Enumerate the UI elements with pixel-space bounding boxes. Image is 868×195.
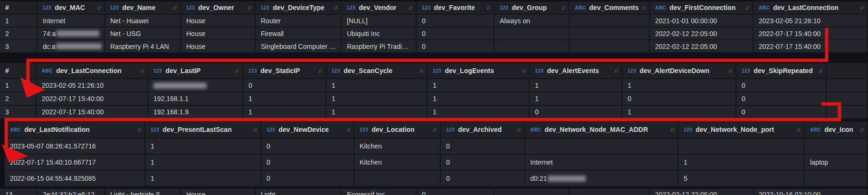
sort-icon[interactable]: ↓↑ — [745, 4, 753, 11]
table-cell-dev_NewDevice: 0 — [261, 139, 354, 155]
column-header-dev_Name[interactable]: 123dev_Name↓↑ — [105, 1, 181, 15]
header-label: # — [5, 67, 9, 74]
column-header-dev_FirstConnection[interactable]: ABCdev_FirstConnection↓↑ — [650, 1, 754, 15]
sort-icon[interactable]: ↓↑ — [408, 4, 416, 11]
column-header-dev_StaticIP[interactable]: 123dev_StaticIP↓↑ — [243, 63, 326, 79]
table-cell-dev_Icon — [805, 171, 868, 187]
table-cell-dev_FirstConnection: 2022-02-12 22:05:00 — [650, 28, 754, 40]
table-cell-dev_Owner: House — [181, 15, 256, 28]
string-type-icon: ABC — [655, 5, 666, 10]
table-cell-dev_Name: Net - USG — [105, 28, 181, 40]
table-cell-dev_Favorite: 0 — [417, 28, 495, 40]
column-header-dev_NewDevice[interactable]: 123dev_NewDevice↓↑ — [261, 121, 354, 139]
header-label: dev_Favorite — [434, 4, 475, 11]
string-type-icon: ABC — [10, 127, 21, 132]
column-header-dev_LastConnection[interactable]: ABCdev_LastConnection↓↑ — [754, 1, 868, 15]
numeric-type-icon: 123 — [43, 5, 51, 10]
table-cell-dev_LastConnection: 2022-10-16 02:10:00 — [754, 189, 868, 195]
redacted-blur — [548, 176, 586, 182]
sort-icon[interactable]: ↓↑ — [419, 67, 427, 74]
column-header-dev_SkipRepeated[interactable]: 123dev_SkipRepeated↓↑ — [736, 63, 827, 79]
sort-icon[interactable]: ↓↑ — [859, 126, 867, 133]
sort-icon[interactable]: ↓↑ — [670, 126, 677, 133]
numeric-type-icon: 123 — [151, 127, 159, 132]
sort-icon[interactable]: ↓↑ — [486, 4, 494, 11]
table-cell-dev_Icon — [805, 139, 868, 155]
column-header-dev_Icon[interactable]: ABCdev_Icon↓↑ — [805, 121, 868, 139]
sort-icon[interactable]: ↓↑ — [432, 126, 440, 133]
column-header-dev_Archived[interactable]: 123dev_Archived↓↑ — [441, 121, 525, 139]
column-header-dev_Owner[interactable]: 123dev_Owner↓↑ — [181, 1, 256, 15]
screenshot-root: #123dev_MAC↓↑123dev_Name↓↑123dev_Owner↓↑… — [0, 0, 868, 195]
sort-icon[interactable]: ↓↑ — [641, 4, 649, 11]
header-row: ABCdev_LastNotification↓↑123dev_PresentL… — [5, 121, 868, 139]
table-cell-dev_MAC: 2e:f4:32:b2:e5:12 — [38, 189, 105, 195]
sort-icon[interactable]: ↓↑ — [247, 4, 255, 11]
table-cell-dev_Comments — [570, 189, 650, 195]
table-cell-dev_SkipRepeated: 0 — [736, 106, 827, 119]
header-label: dev_LastConnection — [56, 67, 122, 74]
numeric-type-icon: 123 — [500, 5, 508, 10]
header-label: dev_ScanCycle — [343, 67, 392, 74]
table-cell-#: 2 — [0, 93, 37, 106]
column-header-dev_DeviceType[interactable]: 123dev_DeviceType↓↑ — [256, 1, 342, 15]
column-header-dev_Vendor[interactable]: 123dev_Vendor↓↑ — [342, 1, 417, 15]
header-label: dev_StaticIP — [260, 67, 300, 74]
sort-icon[interactable]: ↓↑ — [253, 126, 260, 133]
column-header-dev_PresentLastScan[interactable]: 123dev_PresentLastScan↓↑ — [145, 121, 261, 139]
column-header-#[interactable]: # — [0, 63, 37, 79]
column-header-#[interactable]: # — [0, 1, 38, 15]
table-cell-#: 1 — [0, 15, 38, 28]
table-cell-dev_DeviceType: Firewall — [256, 28, 342, 40]
sort-icon[interactable]: ↓↑ — [137, 126, 144, 133]
table-cell-dev_Owner: House — [181, 40, 256, 53]
table-cell-dev_PresentLastScan: 1 — [145, 155, 261, 171]
numeric-type-icon: 123 — [360, 127, 368, 132]
numeric-type-icon: 123 — [347, 5, 355, 10]
numeric-type-icon: 123 — [153, 68, 162, 74]
sort-icon[interactable]: ↓↑ — [859, 4, 867, 11]
sort-icon[interactable]: ↓↑ — [140, 67, 147, 74]
column-header-dev_Favorite[interactable]: 123dev_Favorite↓↑ — [417, 1, 495, 15]
column-header-dev_ScanCycle[interactable]: 123dev_ScanCycle↓↑ — [326, 63, 428, 79]
column-header-dev_AlertDeviceDown[interactable]: 123dev_AlertDeviceDown↓↑ — [622, 63, 736, 79]
column-header-dev_Network_Node_MAC_ADDR[interactable]: ABCdev_Network_Node_MAC_ADDR↓↑ — [525, 121, 678, 139]
sort-icon[interactable]: ↓↑ — [318, 67, 325, 74]
sort-icon[interactable]: ↓↑ — [333, 4, 341, 11]
sort-icon[interactable]: ↓↑ — [521, 67, 529, 74]
numeric-type-icon: 123 — [742, 68, 750, 74]
column-header-dev_Network_Node_port[interactable]: 123dev_Network_Node_port↓↑ — [678, 121, 805, 139]
sort-icon[interactable]: ↓↑ — [96, 4, 104, 11]
sort-icon[interactable]: ↓↑ — [796, 126, 804, 133]
column-header-dev_Group[interactable]: 123dev_Group↓↑ — [495, 1, 570, 15]
sort-icon[interactable]: ↓↑ — [561, 4, 569, 11]
sort-icon[interactable]: ↓↑ — [235, 67, 242, 74]
column-header-dev_LastIP[interactable]: 123dev_LastIP↓↑ — [148, 63, 243, 79]
table-cell-dev_Network_Node_MAC_ADDR: Internet — [525, 155, 678, 171]
table-cell-dev_LogEvents: 1 — [428, 93, 530, 106]
numeric-type-icon: 123 — [433, 68, 441, 74]
header-label: # — [5, 4, 9, 11]
sort-icon[interactable]: ↓↑ — [346, 126, 353, 133]
table-cell-dev_SkipRepeated: 0 — [736, 93, 827, 106]
sort-icon[interactable]: ↓↑ — [818, 67, 826, 74]
column-header-dev_Location[interactable]: 123dev_Location↓↑ — [354, 121, 441, 139]
table-cell-dev_Comments — [570, 15, 650, 28]
table-cell-dev_DeviceType: Light — [256, 189, 342, 195]
header-label: dev_LastConnection — [773, 4, 839, 11]
header-label: dev_SkipRepeated — [754, 67, 813, 74]
sort-icon[interactable]: ↓↑ — [728, 67, 735, 74]
column-header-dev_AlertEvents[interactable]: 123dev_AlertEvents↓↑ — [530, 63, 622, 79]
table-cell-dev_Network_Node_MAC_ADDR — [525, 139, 678, 155]
sort-icon[interactable]: ↓↑ — [516, 126, 524, 133]
sort-icon[interactable]: ↓↑ — [614, 67, 621, 74]
header-row: #123dev_MAC↓↑123dev_Name↓↑123dev_Owner↓↑… — [0, 1, 868, 15]
column-header-dev_LastConnection[interactable]: ABCdev_LastConnection↓↑ — [37, 63, 148, 79]
column-header-dev_Comments[interactable]: ABCdev_Comments↓↑ — [570, 1, 650, 15]
column-header-dev_LastNotification[interactable]: ABCdev_LastNotification↓↑ — [5, 121, 145, 139]
table-cell-dev_StaticIP: 1 — [243, 93, 326, 106]
table-cell-dev_AlertDeviceDown: 1 — [622, 79, 736, 93]
sort-icon[interactable]: ↓↑ — [172, 4, 180, 11]
column-header-dev_LogEvents[interactable]: 123dev_LogEvents↓↑ — [428, 63, 530, 79]
column-header-dev_MAC[interactable]: 123dev_MAC↓↑ — [38, 1, 105, 15]
